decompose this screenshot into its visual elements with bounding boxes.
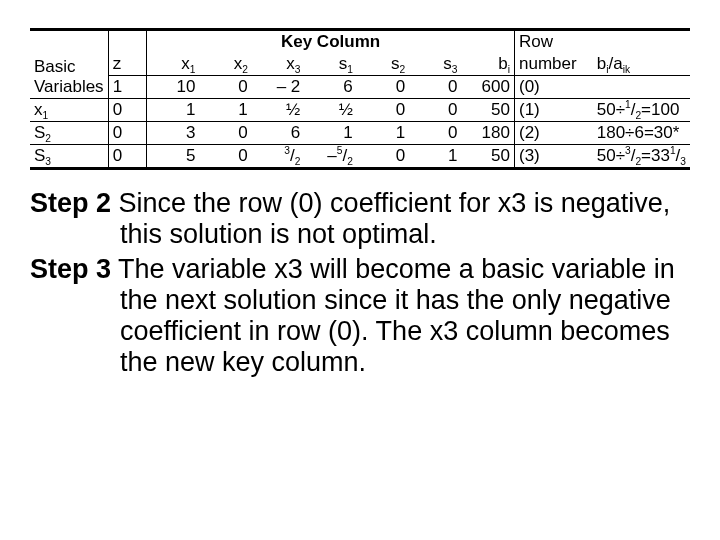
step-text-block: Step 2 Since the row (0) coefficient for… — [30, 188, 690, 378]
hdr-basic-variables: BasicVariables — [30, 53, 108, 99]
cell: –5/2 — [304, 145, 357, 169]
cell: 1 — [147, 99, 200, 122]
cell — [593, 76, 690, 99]
cell: 3/2 — [252, 145, 305, 169]
cell: (3) — [514, 145, 592, 169]
cell: 0 — [357, 145, 409, 169]
cell: 1 — [200, 99, 252, 122]
cell: 50 — [461, 99, 514, 122]
hdr-x2: x2 — [200, 53, 252, 76]
cell: 1 — [409, 145, 461, 169]
cell: 50÷3/2=331/3 — [593, 145, 690, 169]
cell: 1 — [304, 122, 357, 145]
cell: 0 — [409, 76, 461, 99]
cell: 1 — [357, 122, 409, 145]
cell: 0 — [357, 99, 409, 122]
cell: 3 — [147, 122, 200, 145]
cell: ½ — [304, 99, 357, 122]
step-3: Step 3 The variable x3 will become a bas… — [30, 254, 690, 378]
cell: S3 — [30, 145, 108, 169]
hdr-s2: s2 — [357, 53, 409, 76]
step-2-label: Step 2 — [30, 188, 111, 218]
cell: x1 — [30, 99, 108, 122]
simplex-tableau: Key Column Row BasicVariables z x1 x2 x3… — [30, 28, 690, 170]
cell: 6 — [252, 122, 305, 145]
cell: 5 — [147, 145, 200, 169]
cell: 0 — [357, 76, 409, 99]
cell: (2) — [514, 122, 592, 145]
step-3-text: The variable x3 will become a basic vari… — [111, 254, 675, 377]
cell: 600 — [461, 76, 514, 99]
cell: 0 — [200, 76, 252, 99]
hdr-s3: s3 — [409, 53, 461, 76]
cell: – 2 — [252, 76, 305, 99]
hdr-x1: x1 — [147, 53, 200, 76]
step-2: Step 2 Since the row (0) coefficient for… — [30, 188, 690, 250]
cell: S2 — [30, 122, 108, 145]
step-2-text: Since the row (0) coefficient for x3 is … — [111, 188, 670, 249]
cell: 0 — [409, 99, 461, 122]
hdr-x3: x3 — [252, 53, 305, 76]
cell: 180 — [461, 122, 514, 145]
hdr-rownumber-l2: number — [514, 53, 592, 76]
cell: (0) — [514, 76, 592, 99]
cell: 50÷1/2=100 — [593, 99, 690, 122]
cell: 1 — [108, 76, 147, 99]
hdr-ratio: bi/aik — [593, 53, 690, 76]
cell: ½ — [252, 99, 305, 122]
cell: 50 — [461, 145, 514, 169]
cell: 10 — [147, 76, 200, 99]
cell: 0 — [108, 99, 147, 122]
key-column-title: Key Column — [147, 30, 515, 54]
cell: 0 — [108, 145, 147, 169]
cell: 6 — [304, 76, 357, 99]
cell: 180÷6=30* — [593, 122, 690, 145]
hdr-bi: bi — [461, 53, 514, 76]
step-3-label: Step 3 — [30, 254, 111, 284]
hdr-rownumber-l1: Row — [514, 30, 592, 54]
cell: 0 — [200, 145, 252, 169]
cell: 0 — [200, 122, 252, 145]
cell: (1) — [514, 99, 592, 122]
cell: 0 — [409, 122, 461, 145]
hdr-s1: s1 — [304, 53, 357, 76]
cell: 0 — [108, 122, 147, 145]
